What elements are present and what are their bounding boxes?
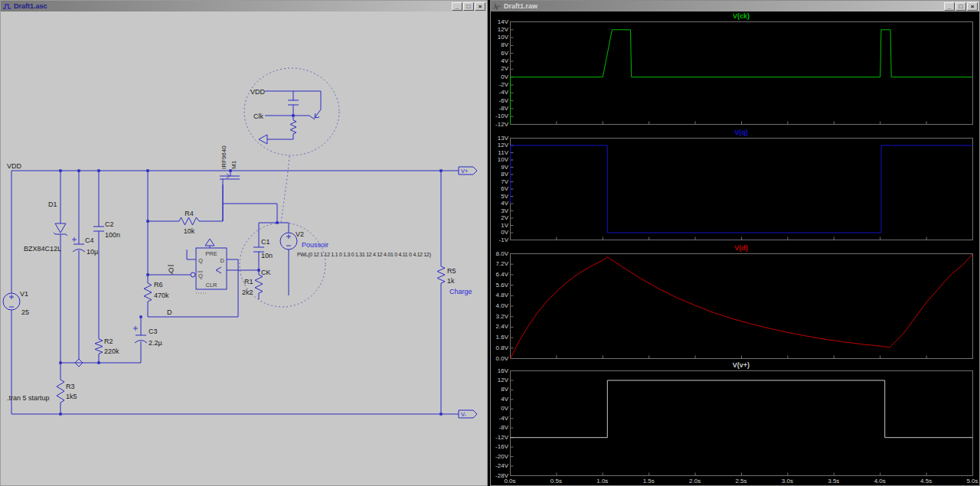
r4-name[interactable]: R4 [185, 210, 194, 217]
y-tick-label: 1.6V [491, 334, 508, 341]
plot-pane-2[interactable] [510, 253, 974, 360]
y-tick-label: -8V [491, 105, 508, 112]
y-tick-label: 0V [491, 73, 508, 80]
mosfet-m1[interactable] [220, 171, 240, 221]
v2-comment[interactable]: Poussoir [302, 241, 328, 249]
r2-value[interactable]: 220k [104, 347, 119, 355]
maximize-button[interactable]: □ [956, 2, 966, 11]
capacitor-c4[interactable] [72, 171, 85, 359]
inset-clk-label: Clk [253, 113, 263, 120]
v2-name[interactable]: V2 [296, 230, 304, 238]
minimize-button[interactable]: _ [944, 2, 955, 11]
y-tick-label: 0.8V [491, 344, 508, 351]
minimize-button[interactable]: _ [452, 2, 462, 11]
net-label-ck[interactable]: CK [261, 269, 271, 276]
y-tick-label: 4V [491, 396, 508, 403]
c1-value[interactable]: 10n [261, 252, 273, 259]
r3-name[interactable]: R3 [66, 383, 75, 390]
net-label-vdd[interactable]: VDD [7, 162, 22, 170]
plot-title-0[interactable]: V(ck) [510, 12, 972, 21]
trace-vq[interactable] [511, 145, 973, 233]
wire-drain[interactable] [223, 204, 277, 223]
trace-vck[interactable] [511, 30, 973, 125]
net-label-d[interactable]: D [167, 308, 172, 316]
plot-pane-1[interactable] [510, 138, 974, 241]
diode-d1[interactable] [54, 171, 67, 363]
plot-title-3[interactable]: V(v+) [510, 361, 972, 370]
y-tick-label: 4V [491, 200, 508, 207]
schematic-titlebar[interactable]: Draft1.asc _ □ × [1, 1, 487, 11]
ff-q-label: Q [198, 257, 203, 264]
c3-value[interactable]: 2.2µ [149, 339, 162, 347]
schematic-window[interactable]: Draft1.asc _ □ × [0, 0, 488, 486]
resistor-r2[interactable] [95, 338, 103, 363]
waveform-window[interactable]: Draft1.raw _ □ × V(ck)14V12V10V8V6V4V2V0… [490, 0, 980, 486]
plot-title-1[interactable]: V(q) [510, 129, 972, 137]
resistor-r3[interactable] [57, 363, 64, 414]
waveform-plot-area[interactable]: V(ck)14V12V10V8V6V4V2V0V-2V-4V-6V-8V-10V… [491, 11, 979, 485]
schematic-canvas-area[interactable]: VDD V1 25 D1 BZX84C12L C4 10µ C2 100n R2… [1, 11, 487, 485]
r5-name[interactable]: R5 [447, 267, 456, 275]
d1-name[interactable]: D1 [48, 201, 57, 208]
c2-name[interactable]: C2 [105, 220, 114, 228]
r6-value[interactable]: 470k [154, 292, 169, 299]
m1-name[interactable]: M1 [230, 160, 237, 169]
x-tick-label: 4.0s [868, 478, 891, 485]
r3-value[interactable]: 1k5 [66, 393, 77, 400]
resistor-r5[interactable] [437, 171, 445, 414]
maximize-button[interactable]: □ [463, 2, 474, 11]
y-tick-label: 12V [491, 26, 508, 33]
r1-name[interactable]: R1 [244, 278, 253, 285]
schematic-canvas[interactable]: VDD V1 25 D1 BZX84C12L C4 10µ C2 100n R2… [1, 11, 487, 486]
y-tick-label: 5V [491, 193, 508, 200]
plot-pane-0[interactable] [510, 21, 974, 126]
r6-name[interactable]: R6 [154, 281, 163, 289]
r2-name[interactable]: R2 [104, 338, 113, 345]
c2-value[interactable]: 100n [105, 231, 120, 239]
y-tick-label: 7.2V [491, 260, 508, 267]
c4-value[interactable]: 10µ [87, 248, 98, 256]
capacitor-c3[interactable] [133, 317, 147, 363]
v1-name[interactable]: V1 [20, 290, 28, 298]
capacitor-c1[interactable] [253, 223, 264, 272]
source-v2[interactable] [259, 223, 297, 299]
r4-value[interactable]: 10k [184, 227, 195, 235]
port-vplus-label[interactable]: V+ [461, 168, 469, 175]
y-tick-label: -24V [491, 462, 508, 469]
y-tick-label: 2.4V [491, 323, 508, 330]
c3-name[interactable]: C3 [149, 328, 158, 335]
tran-directive[interactable]: .tran 5 startup [7, 394, 50, 402]
source-v1[interactable] [3, 171, 20, 414]
close-button[interactable]: × [967, 2, 978, 11]
c1-name[interactable]: C1 [261, 238, 270, 246]
m1-model[interactable]: IRF9640 [220, 145, 227, 169]
wire-qbar[interactable] [148, 171, 195, 277]
annotation-connector [281, 156, 289, 223]
resistor-r4[interactable] [148, 184, 223, 225]
r5-value[interactable]: 1k [447, 277, 455, 285]
resistor-r6[interactable] [144, 275, 152, 317]
v2-value[interactable]: PWL(0 12 1 12 1.1 0 1.3 0 1.31 12 4 12 4… [297, 252, 431, 258]
ff-clr-label: CLR [205, 282, 217, 289]
close-button[interactable]: × [475, 2, 485, 11]
y-tick-label: -1V [491, 236, 508, 243]
trace-vv+[interactable] [511, 380, 973, 438]
y-tick-label: 2V [491, 214, 508, 221]
v1-value[interactable]: 25 [21, 308, 29, 316]
y-tick-label: 7V [491, 178, 508, 185]
r1-value[interactable]: 2k2 [242, 289, 253, 296]
net-label-qbar[interactable]: Q [168, 266, 174, 274]
port-vminus-label[interactable]: V- [461, 411, 467, 418]
c4-name[interactable]: C4 [85, 236, 94, 244]
d1-value[interactable]: BZX84C12L [24, 245, 61, 253]
x-tick-label: 2.0s [684, 478, 707, 485]
y-tick-label: 4V [491, 57, 508, 64]
trace-vd[interactable] [511, 254, 973, 359]
plot-pane-3[interactable] [510, 370, 974, 477]
x-tick-label: 2.5s [730, 478, 753, 485]
charge-comment[interactable]: Charge [449, 288, 472, 295]
x-tick-label: 1.0s [591, 478, 614, 485]
plot-title-2[interactable]: V(d) [510, 244, 972, 253]
x-tick-label: 0.5s [544, 478, 567, 485]
waveform-titlebar[interactable]: Draft1.raw _ □ × [491, 1, 979, 11]
